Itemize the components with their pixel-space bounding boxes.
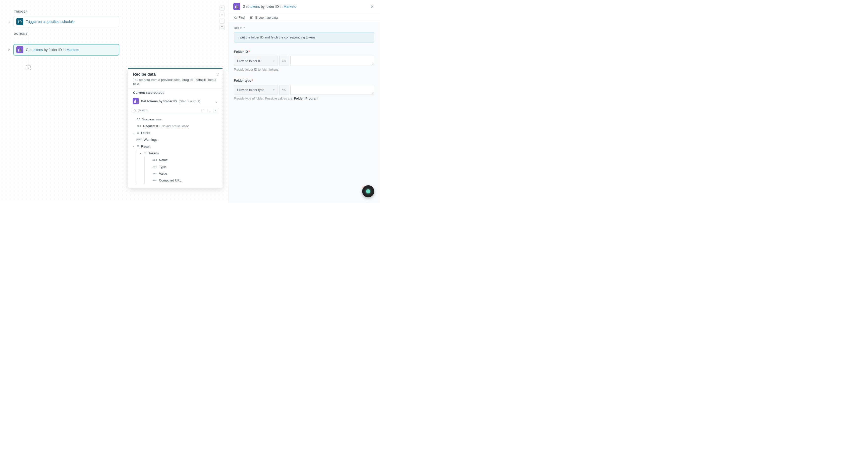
boolean-icon <box>136 117 141 121</box>
numeric-type-icon: 123 <box>279 56 289 66</box>
datapill-token-value[interactable]: ABCValue <box>145 170 219 177</box>
folder-type-label: Folder type* <box>234 79 253 82</box>
recipe-canvas[interactable]: + − TRIGGER 1 Trigger on a specified sch… <box>0 0 228 203</box>
datapill-request-id[interactable]: ABC Request ID 120a2#17f03a5bbac <box>132 123 219 129</box>
actions-section-label: ACTIONS <box>14 32 228 35</box>
datapill-token-name[interactable]: ABCName <box>145 156 219 164</box>
folder-type-input[interactable] <box>290 85 374 95</box>
caret-down-icon: ▾ <box>273 88 275 91</box>
action-step-label: Get tokens by folder ID in Marketo <box>26 48 79 52</box>
recipe-data-panel: Recipe data To use data from a previous … <box>128 68 222 188</box>
chevron-up-icon: ⌃ <box>243 27 245 30</box>
datapill-warnings[interactable]: ABC Warnings <box>132 136 219 143</box>
marketo-icon <box>233 3 240 10</box>
recipe-data-title: Recipe data <box>133 72 217 77</box>
svg-point-14 <box>234 17 236 19</box>
group-map-data-button[interactable]: Group map data <box>250 16 278 19</box>
sidebar-header: Get tokens by folder ID in Marketo ✕ <box>228 0 380 13</box>
folder-id-input[interactable] <box>290 56 374 66</box>
trigger-section-label: TRIGGER <box>14 10 228 13</box>
clock-icon <box>16 18 23 25</box>
datapill-token-computed-url[interactable]: ABCComputed URL <box>145 177 219 184</box>
recipe-data-subtitle: To use data from a previous step, drag i… <box>133 78 217 86</box>
step-output-header[interactable]: Get tokens by folder ID (Step 2 output) … <box>128 95 222 107</box>
marketo-icon <box>133 98 139 104</box>
svg-line-15 <box>236 18 237 19</box>
find-button[interactable]: Find <box>234 16 245 19</box>
folder-id-mode-select[interactable]: Provide folder ID ▾ <box>234 56 278 66</box>
datapill-tokens[interactable]: ▾ Tokens <box>136 150 219 156</box>
help-fab-button[interactable] <box>362 185 374 197</box>
trigger-step-label: Trigger on a specified schedule <box>26 20 74 24</box>
datapill-result[interactable]: ▾ Result <box>132 143 219 150</box>
folder-id-label: Folder ID* <box>234 50 250 54</box>
list-icon <box>136 145 140 148</box>
search-prev-button[interactable]: ⌃ <box>202 109 206 112</box>
zoom-in-button[interactable]: + <box>219 12 224 17</box>
datapill-token-type[interactable]: ABCType <box>145 164 219 170</box>
svg-point-1 <box>134 109 135 111</box>
chevron-down-icon[interactable]: ⌄ <box>215 99 218 103</box>
search-icon <box>133 109 136 112</box>
zoom-out-button[interactable]: − <box>219 19 224 24</box>
folder-type-mode-select[interactable]: Provide folder type ▾ <box>234 85 278 95</box>
drag-handle-icon[interactable] <box>216 72 219 77</box>
step-output-meta: (Step 2 output) <box>179 99 200 103</box>
columns-icon <box>250 16 253 19</box>
folder-type-hint: Provide type of folder. Possible values … <box>234 97 374 100</box>
sidebar-toolbar: Find Group map data <box>228 13 380 22</box>
svg-rect-17 <box>252 17 253 19</box>
action-step-card[interactable]: Get tokens by folder ID in Marketo <box>13 44 119 55</box>
marketo-icon <box>16 46 23 53</box>
current-step-output-label: Current step output <box>128 91 222 94</box>
trigger-step-card[interactable]: Trigger on a specified schedule <box>13 16 119 27</box>
undo-button[interactable] <box>219 5 224 10</box>
search-next-button[interactable]: ⌄ <box>207 109 212 112</box>
svg-point-3 <box>136 118 138 120</box>
caret-down-icon: ▾ <box>273 60 275 62</box>
svg-rect-16 <box>251 17 252 19</box>
list-icon <box>144 151 147 155</box>
search-icon <box>234 16 237 19</box>
datapill-tree: Success true ABC Request ID 120a2#17f03a… <box>128 114 222 188</box>
step-config-sidebar: Get tokens by folder ID in Marketo ✕ Fin… <box>228 0 380 203</box>
datapill-tag: datapill <box>194 78 208 82</box>
step-number: 2 <box>7 48 10 52</box>
datapill-errors[interactable]: ▸ Errors <box>132 129 219 136</box>
step-number: 1 <box>7 20 10 24</box>
list-icon <box>136 131 140 135</box>
bulb-icon <box>366 189 370 193</box>
search-clear-button[interactable]: ✕ <box>213 109 217 112</box>
fit-view-button[interactable] <box>219 25 224 30</box>
svg-point-4 <box>138 118 140 120</box>
text-type-icon: ABC <box>279 85 289 95</box>
folder-id-hint: Provide folder ID to fetch tokens. <box>234 68 374 71</box>
help-section-toggle[interactable]: HELP ⌃ <box>234 27 374 30</box>
datapill-success[interactable]: Success true <box>132 116 219 123</box>
step-output-title: Get tokens by folder ID <box>141 99 177 103</box>
close-button[interactable]: ✕ <box>369 3 375 10</box>
sidebar-title: Get tokens by folder ID in Marketo <box>243 4 296 8</box>
add-step-button[interactable]: + <box>26 65 31 70</box>
canvas-toolbar: + − <box>219 5 224 30</box>
datapill-search-input[interactable]: Search ⌃ ⌄ ✕ <box>132 108 219 113</box>
svg-line-2 <box>135 111 136 111</box>
help-text: Input the folder ID and fetch the corres… <box>234 32 374 42</box>
